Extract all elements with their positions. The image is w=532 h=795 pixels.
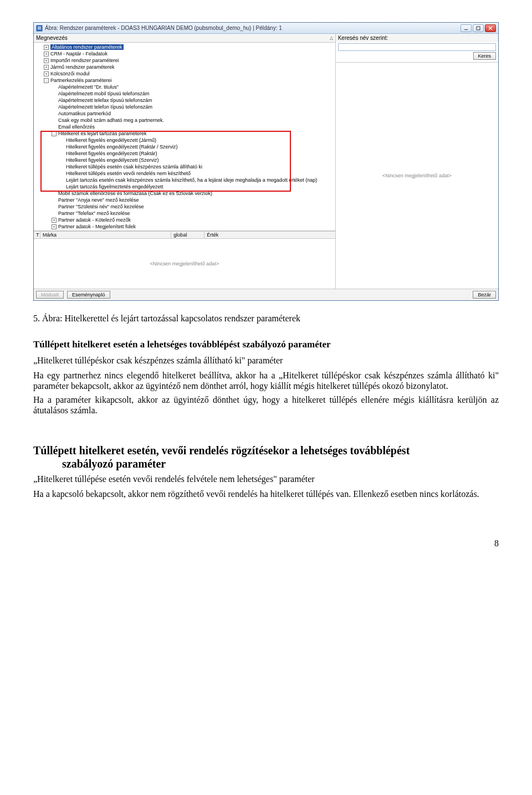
tree-node-label: Partner adatok - Kötelező mezők bbox=[58, 217, 131, 223]
section-2-heading: Túllépett hitelkeret esetén, vevői rende… bbox=[33, 444, 499, 470]
tree-leaf-spacer bbox=[59, 163, 64, 168]
collapse-icon[interactable]: - bbox=[52, 131, 57, 136]
preview-empty: <Nincsen megjeleníthető adat> bbox=[336, 63, 498, 289]
expand-icon[interactable]: + bbox=[44, 45, 49, 50]
maximize-button[interactable] bbox=[473, 24, 484, 32]
tree-node[interactable]: +Általános rendszer paraméterek bbox=[35, 44, 334, 50]
tree-node-label: Partnerkezelés paraméterei bbox=[50, 78, 112, 83]
tree-node[interactable]: Hitelkeret túllépés esetén csak készpénz… bbox=[35, 163, 334, 170]
section-2-paramname: „Hitelkeret túllépése esetén vevői rende… bbox=[33, 474, 499, 484]
tree-node[interactable]: Hitelkeret figyelés engedélyezett (Szerv… bbox=[35, 157, 334, 163]
tree-view[interactable]: +Általános rendszer paraméterek+CRM - Na… bbox=[34, 43, 335, 231]
section-2-heading-l1: Túllépett hitelkeret esetén, vevői rende… bbox=[33, 444, 410, 457]
tree-node[interactable]: +CRM - Naptár - Feladatok bbox=[35, 50, 334, 57]
tree-node-label: Lejárt tartozás esetén csak készpénzes s… bbox=[66, 177, 317, 183]
left-panel: Megnevezés △ +Általános rendszer paramét… bbox=[34, 34, 336, 289]
tree-node[interactable]: Partner "Telefax" mező kezelése bbox=[35, 210, 334, 217]
right-panel: Keresés név szerint: Keres <Nincsen megj… bbox=[336, 34, 498, 289]
tree-node[interactable]: -Partnerkezelés paraméterei bbox=[35, 77, 334, 84]
tree-node-label: Jármű rendszer paraméterek bbox=[50, 64, 115, 70]
expand-icon[interactable]: + bbox=[52, 224, 57, 229]
tree-node[interactable]: Alapértelmezett mobil típusú telefonszám bbox=[35, 90, 334, 97]
tree-leaf-spacer bbox=[59, 137, 64, 142]
svg-rect-4 bbox=[464, 29, 468, 30]
tree-node-label: Partner "Születési név" mező kezelése bbox=[58, 204, 144, 209]
document-body: 5. Ábra: Hitelkerettel és lejárt tartozá… bbox=[33, 313, 499, 548]
tree-leaf-spacer bbox=[52, 124, 57, 129]
tree-leaf-spacer bbox=[52, 104, 57, 109]
grid-col-ertek[interactable]: Érték bbox=[204, 232, 335, 238]
tree-node[interactable]: Partner adószám ellenőrzés beíráskor bbox=[35, 230, 334, 231]
grid-empty-text: <Nincsen megjeleníthető adat> bbox=[150, 261, 219, 266]
tree-node-label: Kölcsönzői modul bbox=[50, 71, 90, 76]
close-window-button[interactable]: Bezár bbox=[473, 291, 496, 299]
tree-node[interactable]: Hitelkeret figyelés engedélyezett (Jármű… bbox=[35, 137, 334, 143]
search-label-row: Keresés név szerint: bbox=[336, 34, 498, 42]
tree-node[interactable]: Hitelkeret figyelés engedélyezett (Raktá… bbox=[35, 150, 334, 157]
tree-node[interactable]: +Kölcsönzői modul bbox=[35, 70, 334, 77]
section-1-p1: Ha egy partnerhez nincs elegendő hitelke… bbox=[33, 370, 499, 391]
figure-caption: 5. Ábra: Hitelkerettel és lejárt tartozá… bbox=[33, 313, 499, 324]
grid-col-global[interactable]: global bbox=[171, 232, 204, 238]
search-button[interactable]: Keres bbox=[473, 52, 497, 60]
eventlog-button[interactable]: Eseménynapló bbox=[67, 291, 110, 299]
tree-leaf-spacer bbox=[59, 170, 64, 175]
tree-node[interactable]: Alapértelmezett telefon típusú telefonsz… bbox=[35, 104, 334, 110]
tree-node-label: Partner "Telefax" mező kezelése bbox=[58, 211, 130, 216]
tree-leaf-spacer bbox=[59, 177, 64, 182]
tree-node[interactable]: +Importőri rendszer paraméterei bbox=[35, 57, 334, 64]
tree-leaf-spacer bbox=[59, 183, 64, 188]
tree-node-label: Alapértelmezett "Dr. titulus" bbox=[58, 84, 119, 90]
tree-node[interactable]: +Jármű rendszer paraméterek bbox=[35, 64, 334, 70]
tree-leaf-spacer bbox=[52, 84, 57, 89]
tree-node[interactable]: -Hitelkeret és lejárt tartozás paraméter… bbox=[35, 130, 334, 137]
tree-node-label: Lejárt tartozás figyelmeztetés engedélye… bbox=[66, 184, 163, 189]
tree-node-label: Általános rendszer paraméterek bbox=[50, 44, 124, 50]
tree-node[interactable]: +Partner adatok - Kötelező mezők bbox=[35, 217, 334, 223]
grid-col-t[interactable]: T bbox=[34, 232, 40, 238]
expand-icon[interactable]: + bbox=[52, 218, 57, 223]
tree-leaf-spacer bbox=[52, 110, 57, 115]
section-1-paramname: „Hitelkeret túllépéskor csak készpénzes … bbox=[33, 355, 499, 366]
tree-node[interactable]: Mobil számok ellenőrzése és formázása (C… bbox=[35, 190, 334, 197]
tree-leaf-spacer bbox=[52, 210, 57, 215]
tree-node-label: Partner adószám ellenőrzés beíráskor bbox=[58, 230, 142, 231]
tree-leaf-spacer bbox=[59, 143, 64, 148]
tree-node[interactable]: Partner "Anyja neve" mező kezelése bbox=[35, 197, 334, 203]
expand-icon[interactable]: + bbox=[44, 52, 49, 57]
expand-icon[interactable]: + bbox=[44, 71, 49, 76]
tree-leaf-spacer bbox=[59, 150, 64, 155]
grid-col-marka[interactable]: Márka bbox=[40, 232, 171, 238]
tree-node[interactable]: Automatikus partnerkód bbox=[35, 110, 334, 117]
tree-node[interactable]: Hitelkeret túllépés esetén vevői rendelé… bbox=[35, 170, 334, 177]
tree-leaf-spacer bbox=[52, 197, 57, 202]
tree-node[interactable]: Alapértelmezett telefax típusú telefonsz… bbox=[35, 97, 334, 104]
tree-node[interactable]: Hitelkeret figyelés engedélyezett (Raktá… bbox=[35, 143, 334, 150]
tree-node[interactable]: Csak egy mobil szám adható meg a partner… bbox=[35, 117, 334, 124]
tree-node-label: Hitelkeret figyelés engedélyezett (Raktá… bbox=[66, 144, 178, 150]
tree-leaf-spacer bbox=[52, 203, 57, 208]
tree-leaf-spacer bbox=[52, 190, 57, 195]
tree-node-label: Hitelkeret túllépés esetén csak készpénz… bbox=[66, 164, 202, 170]
tree-leaf-spacer bbox=[52, 230, 57, 231]
search-input[interactable] bbox=[338, 43, 496, 51]
tree-leaf-spacer bbox=[52, 97, 57, 102]
collapse-icon[interactable]: - bbox=[44, 78, 49, 83]
expand-icon[interactable]: + bbox=[44, 58, 49, 63]
modify-button[interactable]: Módosít bbox=[36, 291, 64, 299]
tree-node[interactable]: Alapértelmezett "Dr. titulus" bbox=[35, 84, 334, 90]
tree-node[interactable]: Partner "Születési név" mező kezelése bbox=[35, 203, 334, 210]
tree-node-label: Hitelkeret figyelés engedélyezett (Raktá… bbox=[66, 151, 157, 156]
tree-node[interactable]: Lejárt tartozás figyelmeztetés engedélye… bbox=[35, 183, 334, 190]
tree-node[interactable]: Lejárt tartozás esetén csak készpénzes s… bbox=[35, 177, 334, 183]
expand-icon[interactable]: + bbox=[44, 65, 49, 70]
close-button[interactable] bbox=[485, 24, 496, 32]
tree-leaf-spacer bbox=[59, 157, 64, 162]
tree-node[interactable]: +Partner adatok - Megjelenített fülek bbox=[35, 223, 334, 230]
sort-arrow-icon[interactable]: △ bbox=[330, 35, 333, 40]
tree-node-label: Hitelkeret túllépés esetén vevői rendelé… bbox=[66, 171, 191, 176]
grid-header: T Márka global Érték bbox=[34, 231, 335, 239]
svg-rect-1 bbox=[38, 27, 41, 27]
minimize-button[interactable] bbox=[461, 24, 472, 32]
tree-node[interactable]: Email ellenőrzés bbox=[35, 124, 334, 130]
